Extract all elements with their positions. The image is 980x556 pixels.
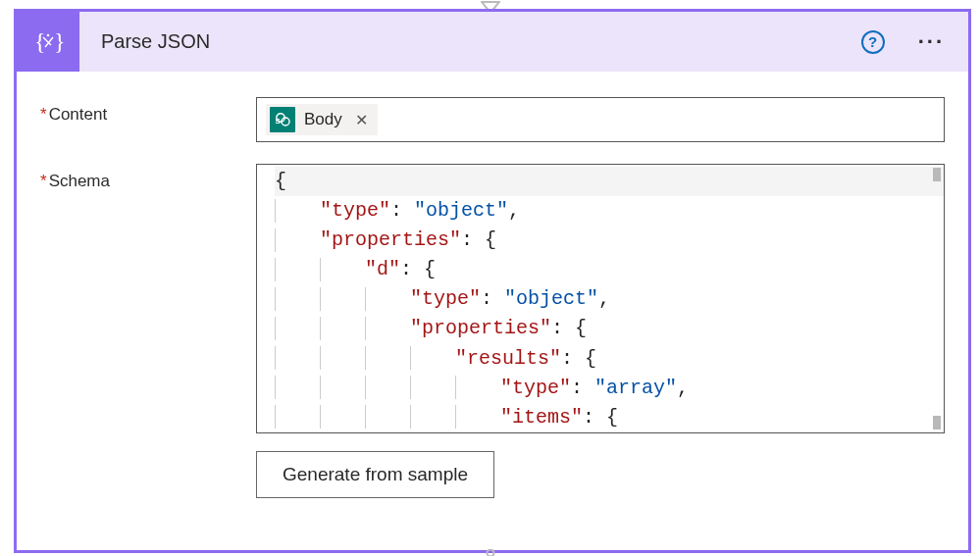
card-header[interactable]: { } Parse JSON ? ··· [17,12,968,72]
scrollbar-thumb-top[interactable] [933,168,941,181]
card-body: *Content S Body ✕ *Schema [17,72,968,520]
content-row: *Content S Body ✕ [40,97,945,142]
more-menu-icon[interactable]: ··· [914,31,949,53]
scrollbar-thumb-bottom[interactable] [933,416,941,430]
svg-point-3 [47,33,50,36]
schema-editor[interactable]: { "type": "object", "properties": { "d":… [256,164,945,433]
dynamic-content-token[interactable]: S Body ✕ [266,104,378,135]
schema-label: *Schema [40,164,256,498]
svg-text:{: { [34,28,46,54]
schema-code[interactable]: { "type": "object", "properties": { "d":… [257,167,944,433]
parse-json-icon: { } [17,12,79,72]
content-input[interactable]: S Body ✕ [256,97,945,142]
svg-text:}: } [54,28,65,54]
action-card: { } Parse JSON ? ··· *Content S Body ✕ [14,9,971,553]
svg-text:S: S [276,117,282,126]
content-label: *Content [40,97,256,142]
help-icon[interactable]: ? [861,30,885,54]
card-title: Parse JSON [101,30,861,53]
token-label: Body [304,110,342,129]
schema-row: *Schema { "type": "object", "properties"… [40,164,945,498]
token-remove-icon[interactable]: ✕ [355,111,368,129]
flow-arrow-out [481,549,500,556]
sharepoint-icon: S [270,107,295,132]
svg-point-7 [487,550,493,557]
generate-from-sample-button[interactable]: Generate from sample [256,451,494,498]
